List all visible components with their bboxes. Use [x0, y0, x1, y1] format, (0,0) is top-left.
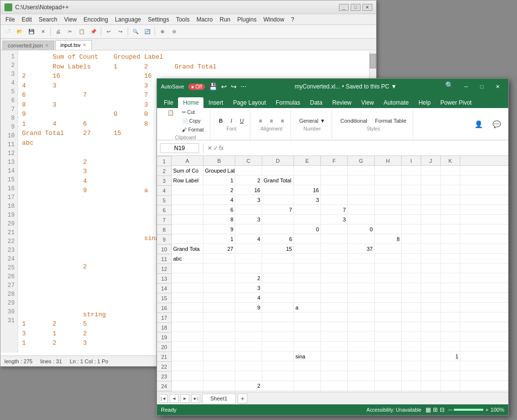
cell-H22[interactable]: [375, 371, 402, 380]
cell-H12[interactable]: [375, 273, 402, 283]
row-19[interactable]: 19: [157, 332, 171, 342]
copy-btn[interactable]: 📋: [76, 26, 87, 37]
cell-G11[interactable]: [348, 264, 375, 273]
menu-macro[interactable]: Macro: [194, 15, 216, 24]
cell-K10[interactable]: [441, 254, 460, 263]
cell-J13[interactable]: [421, 283, 441, 292]
cut-btn[interactable]: ✂: [65, 26, 75, 37]
tab-automate[interactable]: Automate: [379, 97, 413, 108]
cell-D2[interactable]: Grand Total: [262, 176, 294, 185]
confirm-formula-icon[interactable]: ✓: [213, 145, 218, 152]
cell-I7[interactable]: [402, 224, 421, 234]
cell-K12[interactable]: [441, 273, 460, 283]
cell-G3[interactable]: [348, 185, 375, 195]
cell-I6[interactable]: [402, 215, 421, 224]
tab-converted-json[interactable]: converted.json ✕: [2, 41, 54, 50]
cell-K16[interactable]: [441, 312, 460, 322]
cell-F17[interactable]: [321, 322, 348, 332]
minimize-button[interactable]: _: [339, 4, 349, 11]
page-layout-icon[interactable]: ⊞: [433, 406, 438, 413]
cell-B14[interactable]: [203, 293, 235, 302]
menu-plugins[interactable]: Plugins: [234, 15, 259, 24]
cell-J20[interactable]: [421, 352, 441, 361]
cell-D23[interactable]: [262, 381, 294, 390]
cell-F14[interactable]: [321, 293, 348, 302]
col-H[interactable]: H: [375, 156, 402, 165]
format-table-btn[interactable]: Format Table: [372, 116, 410, 125]
search-btn[interactable]: 🔍: [445, 81, 453, 92]
cell-F2[interactable]: [321, 176, 348, 185]
cell-C17[interactable]: [235, 322, 262, 332]
save-icon[interactable]: 💾: [209, 83, 217, 90]
cell-C4[interactable]: 3: [235, 195, 262, 204]
col-E[interactable]: E: [294, 156, 321, 165]
cell-G2[interactable]: [348, 176, 375, 185]
cell-B18[interactable]: [203, 332, 235, 341]
cell-H13[interactable]: [375, 283, 402, 292]
cell-H15[interactable]: [375, 303, 402, 312]
cell-F8[interactable]: [321, 234, 348, 243]
cell-A4[interactable]: [172, 195, 203, 204]
scroll-thumb[interactable]: [370, 54, 376, 68]
cell-D20[interactable]: [262, 352, 294, 361]
cell-F9[interactable]: [321, 244, 348, 253]
cell-A1[interactable]: Sum of Co: [172, 166, 203, 175]
col-B[interactable]: B: [203, 156, 235, 165]
formula-input[interactable]: [225, 144, 505, 153]
cell-D16[interactable]: [262, 312, 294, 322]
cell-D13[interactable]: [262, 283, 294, 292]
menu-file[interactable]: File: [2, 15, 18, 24]
row-13[interactable]: 13: [157, 274, 171, 284]
cell-F10[interactable]: [321, 254, 348, 263]
excel-close[interactable]: ✕: [491, 81, 504, 92]
col-A[interactable]: A: [172, 156, 203, 165]
name-box[interactable]: [160, 143, 199, 153]
cell-G9[interactable]: 37: [348, 244, 375, 253]
cell-E11[interactable]: [294, 264, 321, 273]
cell-D15[interactable]: [262, 303, 294, 312]
cell-K23[interactable]: [441, 381, 460, 390]
col-D[interactable]: D: [262, 156, 294, 165]
cell-I17[interactable]: [402, 322, 421, 332]
cell-F16[interactable]: [321, 312, 348, 322]
sheet-tab-1[interactable]: Sheet1: [202, 394, 236, 403]
cell-C21[interactable]: [235, 361, 262, 371]
cell-F6[interactable]: 3: [321, 215, 348, 224]
tab-file[interactable]: File: [159, 97, 178, 108]
cell-J11[interactable]: [421, 264, 441, 273]
cell-A18[interactable]: [172, 332, 203, 341]
cell-E1[interactable]: [294, 166, 321, 175]
cell-F1[interactable]: [321, 166, 348, 175]
cell-F21[interactable]: [321, 361, 348, 371]
cell-K22[interactable]: [441, 371, 460, 380]
cell-E2[interactable]: [294, 176, 321, 185]
menu-language[interactable]: Language: [112, 15, 144, 24]
row-9[interactable]: 9: [157, 235, 171, 244]
row-23[interactable]: 23: [157, 372, 171, 381]
zoom-out-btn[interactable]: ─: [449, 407, 452, 413]
cell-C9[interactable]: [235, 244, 262, 253]
replace-btn[interactable]: 🔄: [142, 26, 153, 37]
cell-K11[interactable]: [441, 264, 460, 273]
cell-J10[interactable]: [421, 254, 441, 263]
excel-restore[interactable]: □: [475, 81, 489, 92]
cell-I15[interactable]: [402, 303, 421, 312]
cell-I10[interactable]: [402, 254, 421, 263]
cell-B6[interactable]: 8: [203, 215, 235, 224]
italic-btn[interactable]: I: [227, 116, 235, 125]
cell-C2[interactable]: 2: [235, 176, 262, 185]
cell-H5[interactable]: [375, 205, 402, 214]
cell-D1[interactable]: [262, 166, 294, 175]
cell-C13[interactable]: 3: [235, 283, 262, 292]
menu-settings[interactable]: Settings: [145, 15, 172, 24]
cell-A21[interactable]: [172, 361, 203, 371]
cell-B5[interactable]: 6: [203, 205, 235, 214]
cell-E17[interactable]: [294, 322, 321, 332]
sheet-nav-prev[interactable]: ◄: [170, 394, 179, 403]
cell-H21[interactable]: [375, 361, 402, 371]
bold-btn[interactable]: B: [215, 116, 226, 125]
menu-edit[interactable]: Edit: [19, 15, 35, 24]
number-format-btn[interactable]: General ▼: [296, 116, 329, 125]
cell-A10[interactable]: abc: [172, 254, 203, 263]
tab-data[interactable]: Data: [305, 97, 327, 108]
